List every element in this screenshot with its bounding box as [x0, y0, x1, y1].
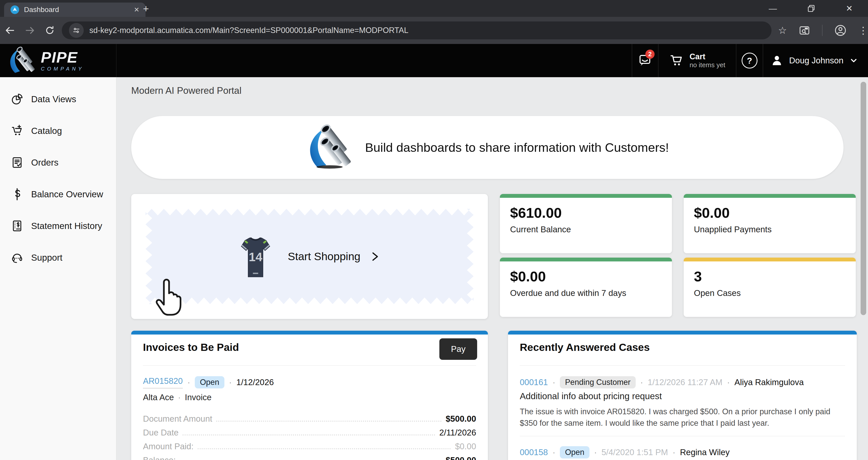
back-icon[interactable] — [0, 25, 20, 36]
kpi-accent-bar — [500, 194, 672, 198]
browser-tab-strip: Dashboard ✕ + — ✕ — [0, 0, 868, 17]
pay-button[interactable]: Pay — [439, 338, 477, 360]
invoice-date: 1/12/2026 — [237, 377, 274, 387]
kpi-value: $0.00 — [694, 204, 845, 221]
headset-support-icon — [11, 251, 24, 264]
sidebar-item-label: Balance Overview — [31, 189, 103, 199]
pie-chart-icon — [11, 93, 24, 106]
start-shopping-label[interactable]: Start Shopping — [288, 250, 379, 263]
statement-document-icon — [11, 220, 24, 232]
sidebar-item-balance-overview[interactable]: Balance Overview — [0, 178, 116, 210]
case-number-link[interactable]: 000161 — [520, 377, 548, 387]
browser-profile-icon[interactable] — [834, 24, 846, 36]
hand-cursor-icon — [156, 278, 185, 319]
kpi-label: Current Balance — [510, 225, 662, 234]
sidebar-item-statement-history[interactable]: Statement History — [0, 210, 116, 242]
invoice-field-row: Document Amount $500.00 — [143, 414, 476, 424]
dollar-icon — [11, 188, 24, 201]
kpi-value: 3 — [694, 268, 845, 285]
help-icon: ? — [742, 53, 757, 68]
pipes-banner-icon — [306, 124, 353, 171]
kpi-label: Unapplied Payments — [694, 225, 845, 234]
jersey-number: 14 — [249, 250, 262, 263]
invoice-status-badge: Open — [195, 376, 224, 389]
invoice-field-row: Due Date 2/11/2026 — [143, 428, 476, 437]
invoice-customer: Alta Ace — [143, 393, 174, 402]
kpi-card-current-balance[interactable]: $610.00 Current Balance — [500, 194, 672, 253]
user-avatar-icon — [770, 54, 783, 67]
user-name: Doug Johnson — [789, 56, 843, 65]
dashboard-banner: Build dashboards to share information wi… — [131, 116, 843, 179]
case-body: The issue is with invoice AR015820. I wa… — [520, 406, 845, 429]
toolbar-actions: ☆ ⋮ — [778, 24, 868, 36]
invoice-number-link[interactable]: AR015820 — [143, 376, 183, 389]
user-menu[interactable]: Doug Johnson — [763, 44, 868, 77]
brand-subtitle: COMPANY — [41, 66, 84, 71]
tab-title: Dashboard — [24, 6, 129, 14]
invoice-customer-row: Alta Ace · Invoice — [143, 393, 212, 402]
sidebar-item-label: Catalog — [31, 126, 62, 136]
bookmark-star-icon[interactable]: ☆ — [778, 25, 787, 36]
sidebar-item-label: Orders — [31, 157, 59, 168]
cart-status: no items yet — [689, 61, 725, 69]
kpi-value: $0.00 — [510, 268, 662, 285]
notifications-button[interactable]: 2 — [632, 44, 658, 77]
banner-text: Build dashboards to share information wi… — [365, 140, 669, 154]
company-logo[interactable]: PIPE COMPANY — [0, 44, 116, 77]
sidebar-item-label: Data Views — [31, 94, 76, 104]
kpi-accent-bar — [684, 194, 856, 198]
chevron-down-icon — [849, 56, 858, 65]
invoice-meta-row: AR015820 · Open · 1/12/2026 — [143, 376, 476, 389]
window-restore-icon[interactable] — [807, 5, 815, 12]
kpi-card-open-cases[interactable]: 3 Open Cases — [684, 258, 856, 317]
order-document-icon — [11, 156, 24, 169]
case-meta-row: 000158 · Open · 5/4/2020 1:51 PM · Regin… — [520, 446, 845, 458]
case-status-badge: Pending Customer — [560, 376, 636, 389]
notification-badge: 2 — [645, 50, 655, 59]
window-minimize-icon[interactable]: — — [769, 4, 777, 13]
invoice-field-row: Amount Paid: $0.00 — [143, 441, 476, 451]
cart-icon — [669, 53, 684, 68]
kpi-card-unapplied-payments[interactable]: $0.00 Unapplied Payments — [684, 194, 856, 253]
cart-label: Cart — [689, 52, 725, 61]
kpi-value: $610.00 — [510, 204, 662, 221]
sidebar-item-label: Statement History — [31, 221, 102, 231]
jersey-icon: 14 — [240, 234, 271, 279]
tab-close-icon[interactable]: ✕ — [134, 6, 140, 14]
case-status-badge: Open — [560, 446, 589, 458]
invoices-panel: Invoices to Be Paid Pay AR015820 · Open … — [131, 331, 488, 460]
url-bar[interactable]: sd-key2-modportal.acumatica.com/Main?Scr… — [62, 22, 772, 39]
case-subject: Additional info about pricing request — [520, 391, 662, 401]
browser-tab-dashboard[interactable]: Dashboard ✕ — [4, 3, 146, 17]
case-owner: Aliya Rakimgulova — [735, 377, 804, 387]
site-settings-icon[interactable] — [69, 23, 84, 38]
side-search-icon[interactable] — [799, 25, 810, 36]
window-close-icon[interactable]: ✕ — [846, 4, 853, 13]
reload-icon[interactable] — [40, 25, 60, 36]
kpi-accent-bar — [684, 258, 856, 261]
case-datetime: 1/12/2026 11:27 AM — [648, 377, 722, 387]
page-scrollbar-thumb[interactable] — [861, 82, 866, 315]
new-tab-icon[interactable]: + — [143, 3, 149, 15]
site-header: PIPE COMPANY 2 Cart no items yet — [0, 44, 868, 77]
case-number-link[interactable]: 000158 — [520, 448, 548, 457]
browser-toolbar: sd-key2-modportal.acumatica.com/Main?Scr… — [0, 17, 868, 44]
cart-plus-icon — [11, 124, 24, 137]
browser-menu-kebab-icon[interactable]: ⋮ — [858, 25, 868, 36]
kpi-card-overdue[interactable]: $0.00 Overdue and due within 7 days — [500, 258, 672, 317]
page-title: Modern AI Powered Portal — [131, 85, 242, 96]
sidebar-item-catalog[interactable]: Catalog — [0, 115, 116, 147]
forward-icon[interactable] — [20, 25, 40, 36]
start-shopping-card[interactable]: 14 Start Shopping — [131, 194, 488, 319]
sidebar-item-orders[interactable]: Orders — [0, 147, 116, 178]
sidebar-item-data-views[interactable]: Data Views — [0, 83, 116, 115]
kpi-label: Overdue and due within 7 days — [510, 288, 662, 298]
start-shopping-inner: 14 Start Shopping — [146, 209, 473, 304]
recent-cases-panel: Recently Answered Cases 000161 · Pending… — [508, 331, 857, 460]
pipe-logo-icon — [7, 46, 37, 75]
cart-button[interactable]: Cart no items yet — [658, 44, 736, 77]
url-text[interactable]: sd-key2-modportal.acumatica.com/Main?Scr… — [89, 26, 408, 35]
kpi-label: Open Cases — [694, 288, 845, 298]
help-button[interactable]: ? — [736, 44, 763, 77]
sidebar-item-support[interactable]: Support — [0, 242, 116, 274]
